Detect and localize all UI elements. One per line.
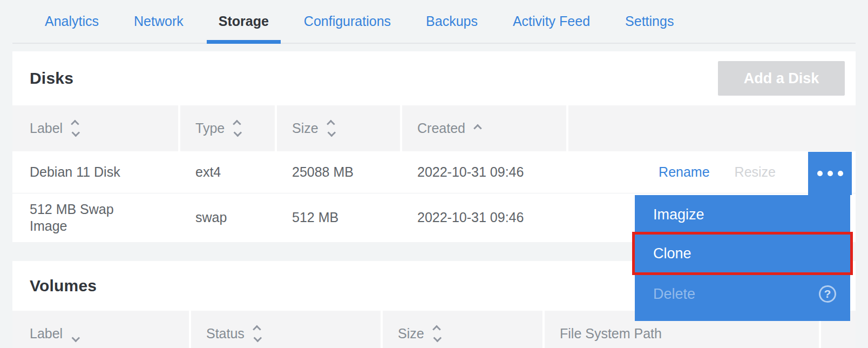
disk-size-cell: 512 MB	[277, 209, 400, 226]
add-a-disk-button[interactable]: Add a Disk	[718, 61, 845, 96]
menu-item-clone[interactable]: Clone	[635, 235, 850, 272]
menu-item-label: Clone	[653, 245, 691, 262]
sort-both-icon	[233, 121, 239, 136]
tab-analytics[interactable]: Analytics	[29, 0, 115, 43]
column-label: Size	[292, 121, 318, 136]
disk-actions-menu: Imagize Clone Delete ?	[635, 195, 850, 321]
disks-panel-header: Disks Add a Disk	[12, 51, 856, 105]
volumes-section-title: Volumes	[30, 277, 97, 295]
sort-both-icon	[71, 121, 77, 136]
disk-type-cell: ext4	[180, 164, 275, 180]
menu-item-label: Imagize	[653, 206, 704, 223]
disks-column-header-label[interactable]: Label	[12, 105, 178, 151]
tab-configurations[interactable]: Configurations	[288, 0, 407, 43]
tab-bar: Analytics Network Storage Configurations…	[12, 0, 856, 44]
column-label: Type	[195, 121, 225, 136]
rename-button[interactable]: Rename	[659, 164, 710, 180]
row-actions-menu-button[interactable]	[808, 152, 852, 195]
disk-label-cell: Debian 11 Disk	[12, 164, 178, 180]
column-label: Label	[30, 121, 63, 136]
disk-size-cell: 25088 MB	[277, 164, 400, 180]
volumes-column-header-status[interactable]: Status	[191, 311, 381, 348]
help-icon[interactable]: ?	[819, 285, 836, 303]
table-row-debian-disk: Debian 11 Disk ext4 25088 MB 2022-10-31 …	[12, 151, 856, 193]
ellipsis-icon	[817, 171, 843, 176]
disks-column-header-actions	[568, 105, 856, 151]
sort-both-icon	[253, 326, 259, 341]
menu-item-imagize[interactable]: Imagize	[635, 195, 850, 235]
disk-type-cell: swap	[180, 209, 275, 226]
sort-both-icon	[433, 326, 439, 341]
disk-created-cell: 2022-10-31 09:46	[402, 164, 566, 180]
tab-settings[interactable]: Settings	[609, 0, 690, 43]
column-label: Status	[206, 326, 245, 342]
tab-storage[interactable]: Storage	[202, 0, 285, 43]
column-label: File System Path	[560, 326, 662, 342]
disks-column-header-size[interactable]: Size	[277, 105, 400, 151]
disks-column-header-created[interactable]: Created	[402, 105, 566, 151]
sort-ascending-icon	[474, 125, 480, 131]
disks-table-header: Label Type Size Created	[12, 105, 856, 151]
menu-item-delete[interactable]: Delete ?	[635, 272, 850, 316]
resize-button[interactable]: Resize	[735, 164, 776, 180]
column-label: Size	[398, 326, 424, 342]
disk-created-cell: 2022-10-31 09:46	[402, 209, 566, 226]
disks-section-title: Disks	[30, 69, 73, 88]
disks-column-header-type[interactable]: Type	[180, 105, 275, 151]
column-label: Label	[30, 326, 63, 342]
column-label: Created	[417, 121, 465, 136]
storage-page: Analytics Network Storage Configurations…	[0, 0, 868, 348]
tab-activity-feed[interactable]: Activity Feed	[497, 0, 606, 43]
volumes-column-header-label[interactable]: Label	[12, 311, 189, 348]
menu-item-label: Delete	[653, 286, 695, 303]
tab-backups[interactable]: Backups	[410, 0, 494, 43]
sort-descending-icon	[71, 335, 77, 341]
sort-both-icon	[327, 121, 333, 136]
tab-network[interactable]: Network	[118, 0, 200, 43]
disk-label-cell: 512 MB Swap Image	[12, 201, 178, 235]
volumes-column-header-size[interactable]: Size	[383, 311, 542, 348]
